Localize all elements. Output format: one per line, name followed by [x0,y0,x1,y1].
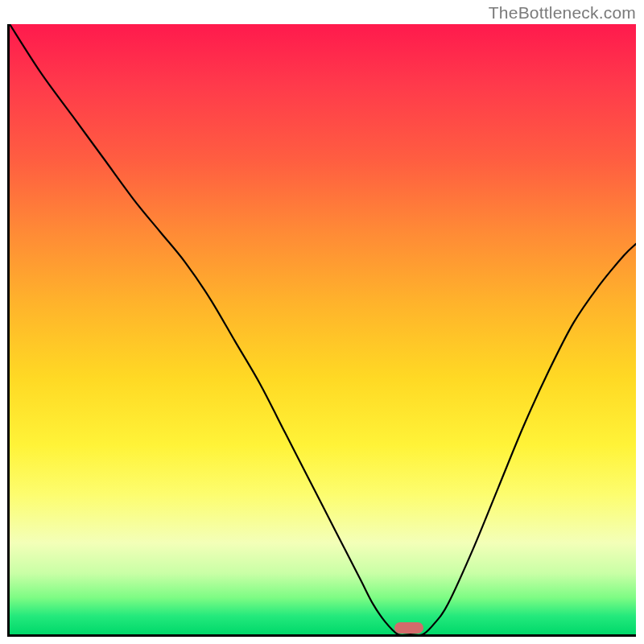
chart-frame [7,24,636,637]
bottleneck-curve [10,24,636,634]
optimal-marker [394,622,423,634]
attribution-label: TheBottleneck.com [489,3,636,23]
